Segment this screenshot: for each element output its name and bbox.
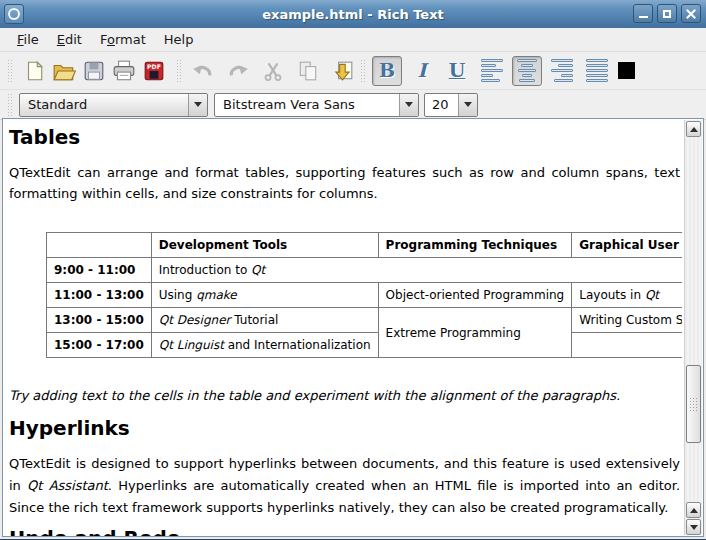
main-toolbar: PDF — [0, 52, 706, 90]
cut-icon — [262, 60, 284, 82]
scrollbar-thumb[interactable] — [686, 365, 701, 443]
paste-icon — [332, 60, 354, 82]
combo-arrow-button[interactable] — [188, 94, 207, 116]
new-document-button[interactable] — [19, 56, 49, 86]
align-center-icon — [516, 59, 538, 82]
undo-icon — [191, 60, 215, 82]
font-size-combobox[interactable]: 20 — [424, 93, 478, 117]
close-button[interactable] — [681, 4, 701, 23]
print-button[interactable] — [109, 56, 139, 86]
copy-button[interactable] — [293, 56, 323, 86]
arrow-down-icon — [690, 525, 698, 530]
schedule-table: Development Tools Programming Techniques… — [46, 232, 682, 358]
redo-icon — [226, 60, 250, 82]
table-row: 9:00 - 11:00 Introduction to Qt — [47, 258, 683, 283]
save-button[interactable] — [79, 56, 109, 86]
table-cell-time: 11:00 - 13:00 — [47, 283, 152, 308]
table-header-empty — [47, 233, 152, 258]
table-cell: Extreme Programming — [378, 308, 572, 358]
chevron-down-icon — [194, 102, 202, 107]
bold-button[interactable]: B — [372, 56, 402, 86]
minimize-button[interactable] — [633, 4, 653, 23]
table-row: 15:00 - 17:00 Qt Linguist and Internatio… — [47, 333, 683, 358]
svg-text:PDF: PDF — [147, 63, 161, 70]
close-icon — [686, 9, 696, 19]
align-right-button[interactable] — [547, 56, 577, 86]
paragraph-tables: QTextEdit can arrange and format tables,… — [9, 162, 680, 204]
table-cell-time: 13:00 - 15:00 — [47, 308, 152, 333]
vertical-scrollbar[interactable] — [684, 120, 702, 535]
table-row: 13:00 - 15:00 Qt Designer Tutorial Extre… — [47, 308, 683, 333]
redo-button[interactable] — [223, 56, 253, 86]
table-cell: Writing Custom Styles — [572, 308, 682, 333]
rich-text-editor[interactable]: Tables QTextEdit can arrange and format … — [3, 119, 682, 536]
export-pdf-button[interactable]: PDF — [139, 56, 169, 86]
paragraph-note: Try adding text to the cells in the tabl… — [9, 388, 680, 404]
title-bar: example.html - Rich Text — [0, 0, 706, 28]
menu-bar: File Edit Format Help — [0, 28, 706, 52]
scroll-up-button-bottom[interactable] — [686, 502, 701, 518]
scroll-up-button[interactable] — [686, 121, 701, 137]
chevron-down-icon — [405, 102, 413, 107]
table-cell-empty — [572, 333, 682, 358]
export-pdf-icon: PDF — [143, 60, 165, 82]
maximize-icon — [663, 10, 671, 18]
format-toolbar: Standard Bitstream Vera Sans 20 — [0, 90, 706, 120]
table-cell: Qt Designer Tutorial — [151, 308, 378, 333]
chevron-down-icon — [464, 102, 472, 107]
open-file-button[interactable] — [49, 56, 79, 86]
align-left-button[interactable] — [477, 56, 507, 86]
table-cell-time: 9:00 - 11:00 — [47, 258, 152, 283]
combo-arrow-button[interactable] — [399, 94, 418, 116]
align-center-button[interactable] — [512, 56, 542, 86]
menu-help[interactable]: Help — [155, 30, 203, 49]
section-heading-undo-redo: Undo and Redo — [9, 526, 680, 536]
toolbar-handle[interactable] — [7, 93, 13, 117]
section-heading-tables: Tables — [9, 125, 680, 149]
open-folder-icon — [52, 60, 76, 82]
table-cell: Using qmake — [151, 283, 378, 308]
table-cell: Object-oriented Programming — [378, 283, 572, 308]
italic-button[interactable]: I — [407, 56, 437, 86]
table-cell: Layouts in Qt — [572, 283, 682, 308]
table-row: 11:00 - 13:00 Using qmake Object-oriente… — [47, 283, 683, 308]
align-justify-button[interactable] — [582, 56, 612, 86]
menu-file[interactable]: File — [8, 30, 48, 49]
table-header: Development Tools — [151, 233, 378, 258]
scroll-down-button[interactable] — [686, 519, 701, 535]
table-cell: Qt Linguist and Internationalization — [151, 333, 378, 358]
editor-frame: Tables QTextEdit can arrange and format … — [2, 118, 704, 537]
maximize-button[interactable] — [657, 4, 677, 23]
font-family-combobox[interactable]: Bitstream Vera Sans — [214, 93, 419, 117]
align-right-icon — [551, 59, 573, 82]
new-document-icon — [23, 60, 45, 82]
undo-button[interactable] — [188, 56, 218, 86]
bold-icon: B — [379, 61, 395, 80]
paste-button[interactable] — [328, 56, 358, 86]
align-justify-icon — [586, 59, 608, 82]
underline-button[interactable]: U — [442, 56, 472, 86]
table-cell-time: 15:00 - 17:00 — [47, 333, 152, 358]
menu-format[interactable]: Format — [91, 30, 155, 49]
menu-edit[interactable]: Edit — [48, 30, 91, 49]
save-icon — [83, 60, 105, 82]
arrow-up-icon — [690, 508, 698, 513]
combo-arrow-button[interactable] — [458, 94, 477, 116]
table-cell: Introduction to Qt — [151, 258, 682, 283]
table-header: Programming Techniques — [378, 233, 572, 258]
paragraph-style-combobox[interactable]: Standard — [19, 93, 208, 117]
cut-button[interactable] — [258, 56, 288, 86]
copy-icon — [297, 60, 319, 82]
toolbar-handle[interactable] — [360, 59, 366, 83]
table-header: Graphical User Interfaces — [572, 233, 682, 258]
align-left-icon — [481, 59, 503, 82]
text-color-button[interactable] — [618, 62, 635, 79]
table-header-row: Development Tools Programming Techniques… — [47, 233, 683, 258]
section-heading-hyperlinks: Hyperlinks — [9, 416, 680, 440]
print-icon — [112, 60, 136, 82]
minimize-icon — [639, 16, 648, 18]
window-controls — [633, 4, 701, 23]
arrow-up-icon — [690, 127, 698, 132]
toolbar-handle[interactable] — [7, 59, 13, 83]
toolbar-handle[interactable] — [176, 59, 182, 83]
